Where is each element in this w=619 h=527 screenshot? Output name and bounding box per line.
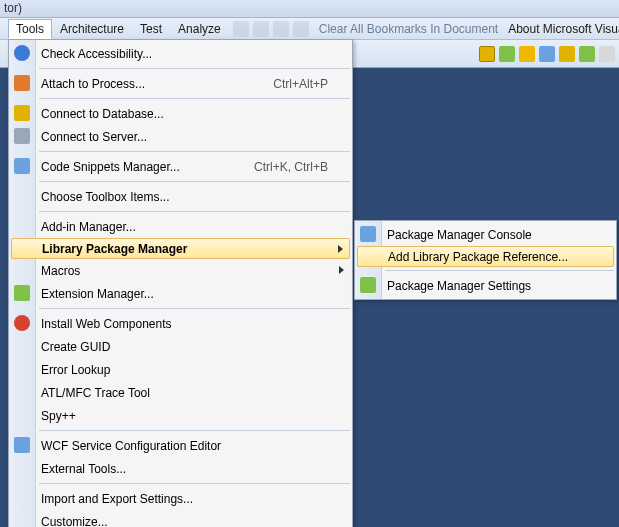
mi-atl-trace[interactable]: ATL/MFC Trace Tool (9, 381, 352, 404)
mi-label: Install Web Components (41, 317, 328, 331)
menu-analyze[interactable]: Analyze (170, 19, 229, 39)
mi-label: Import and Export Settings... (41, 492, 328, 506)
separator (39, 151, 350, 152)
settings-icon (360, 277, 376, 293)
mi-create-guid[interactable]: Create GUID (9, 335, 352, 358)
console-icon (360, 226, 376, 242)
mi-add-library-reference[interactable]: Add Library Package Reference... (357, 246, 614, 267)
accessibility-icon (14, 45, 30, 61)
attach-process-icon (14, 75, 30, 91)
snippets-icon (14, 158, 30, 174)
library-package-submenu: Package Manager Console Add Library Pack… (354, 220, 617, 300)
server-icon (14, 128, 30, 144)
mi-shortcut: Ctrl+K, Ctrl+B (254, 160, 328, 174)
mi-spy[interactable]: Spy++ (9, 404, 352, 427)
wcf-icon (14, 437, 30, 453)
mi-label: Code Snippets Manager... (41, 160, 224, 174)
toolbar-db-icon[interactable] (559, 46, 575, 62)
mi-extension-manager[interactable]: Extension Manager... (9, 282, 352, 305)
mi-label: Error Lookup (41, 363, 328, 377)
mi-attach-process[interactable]: Attach to Process... Ctrl+Alt+P (9, 72, 352, 95)
toolbar-refresh-icon[interactable] (499, 46, 515, 62)
mi-label: Connect to Database... (41, 107, 328, 121)
mi-choose-toolbox[interactable]: Choose Toolbox Items... (9, 185, 352, 208)
separator (39, 430, 350, 431)
tools-dropdown: Check Accessibility... Attach to Process… (8, 39, 353, 527)
download-icon (14, 315, 30, 331)
separator (39, 308, 350, 309)
mi-label: WCF Service Configuration Editor (41, 439, 328, 453)
mi-package-console[interactable]: Package Manager Console (355, 223, 616, 246)
mi-label: Attach to Process... (41, 77, 243, 91)
separator (39, 181, 350, 182)
mi-label: Connect to Server... (41, 130, 328, 144)
separator (39, 68, 350, 69)
menu-test[interactable]: Test (132, 19, 170, 39)
mi-wcf[interactable]: WCF Service Configuration Editor (9, 434, 352, 457)
mi-import-export[interactable]: Import and Export Settings... (9, 487, 352, 510)
bookmark-prev-icon[interactable] (253, 21, 269, 37)
mi-connect-database[interactable]: Connect to Database... (9, 102, 352, 125)
menubar-toolbar-icons (233, 21, 309, 37)
bookmark-next-icon[interactable] (273, 21, 289, 37)
about-link[interactable]: About Microsoft Visua (508, 22, 619, 36)
mi-label: Spy++ (41, 409, 328, 423)
bookmark-folder-icon[interactable] (293, 21, 309, 37)
mi-library-package-manager[interactable]: Library Package Manager (11, 238, 350, 259)
toolbar-misc-icon[interactable] (599, 46, 615, 62)
mi-customize[interactable]: Customize... (9, 510, 352, 527)
mi-install-web[interactable]: Install Web Components (9, 312, 352, 335)
chevron-right-icon (339, 266, 344, 274)
bookmark-icon[interactable] (233, 21, 249, 37)
mi-label: Create GUID (41, 340, 328, 354)
mi-macros[interactable]: Macros (9, 259, 352, 282)
mi-label: Package Manager Settings (387, 279, 592, 293)
mi-label: External Tools... (41, 462, 328, 476)
mi-label: Choose Toolbox Items... (41, 190, 328, 204)
mi-label: Customize... (41, 515, 328, 528)
mi-code-snippets[interactable]: Code Snippets Manager... Ctrl+K, Ctrl+B (9, 155, 352, 178)
toolbar-down-icon[interactable] (519, 46, 535, 62)
separator (39, 211, 350, 212)
mi-label: ATL/MFC Trace Tool (41, 386, 328, 400)
mi-label: Check Accessibility... (41, 47, 328, 61)
database-icon (14, 105, 30, 121)
toolbar-play-icon[interactable] (579, 46, 595, 62)
mi-label: Extension Manager... (41, 287, 328, 301)
mi-check-accessibility[interactable]: Check Accessibility... (9, 42, 352, 65)
mi-package-settings[interactable]: Package Manager Settings (355, 274, 616, 297)
window-title-fragment: tor) (0, 0, 619, 18)
mi-error-lookup[interactable]: Error Lookup (9, 358, 352, 381)
mi-label: Package Manager Console (387, 228, 592, 242)
mi-shortcut: Ctrl+Alt+P (273, 77, 328, 91)
extension-icon (14, 285, 30, 301)
mi-addin-manager[interactable]: Add-in Manager... (9, 215, 352, 238)
toolbar-config-icon[interactable] (539, 46, 555, 62)
mi-label: Library Package Manager (42, 242, 327, 256)
chevron-right-icon (338, 245, 343, 253)
menu-tools[interactable]: Tools (8, 19, 52, 39)
separator (39, 98, 350, 99)
separator (385, 270, 614, 271)
mi-label: Macros (41, 264, 328, 278)
mi-label: Add Library Package Reference... (388, 250, 591, 264)
separator (39, 483, 350, 484)
mi-label: Add-in Manager... (41, 220, 328, 234)
mi-connect-server[interactable]: Connect to Server... (9, 125, 352, 148)
menu-architecture[interactable]: Architecture (52, 19, 132, 39)
menubar: Tools Architecture Test Analyze Clear Al… (0, 18, 619, 40)
toolbar-box-icon[interactable] (479, 46, 495, 62)
mi-external-tools[interactable]: External Tools... (9, 457, 352, 480)
clear-bookmarks-link[interactable]: Clear All Bookmarks In Document (319, 22, 498, 36)
